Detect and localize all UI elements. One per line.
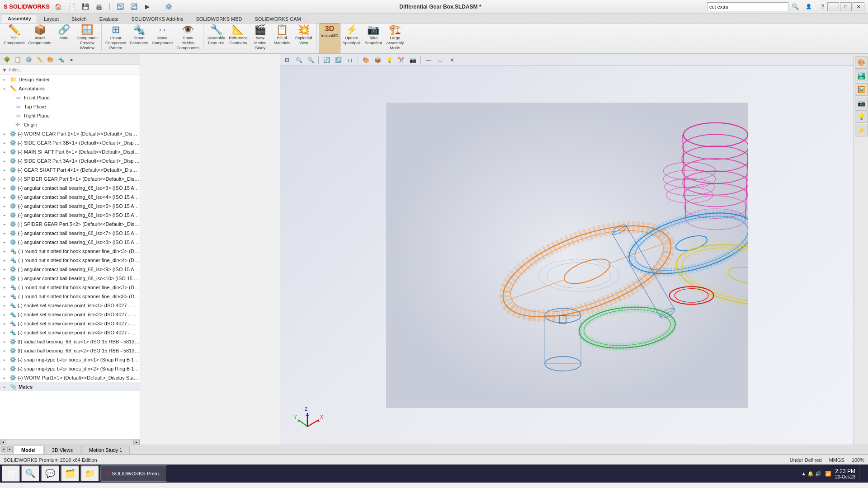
tree-item-screw-2[interactable]: ▸ 🔩 (-) socket set screw cone point_iso<… [0, 310, 140, 319]
pan-btn[interactable]: ↗️ [333, 56, 343, 65]
tree-item-spider-gear-5-1[interactable]: ▸ ⚙️ (-) SPIDER GEAR Part 5<1> (Default<… [0, 174, 140, 183]
ribbon-exploded-view[interactable]: 💥 ExplodedView [293, 23, 315, 53]
rebuild-button[interactable]: ▶ [142, 2, 152, 12]
tab-motion-study-1[interactable]: Motion Study 1 [81, 446, 130, 454]
tree-item-right-plane[interactable]: ▭ Right Plane [0, 111, 140, 120]
undo-button[interactable]: ↩️ [115, 2, 125, 12]
camera-btn[interactable]: 📷 [408, 56, 418, 65]
panel-hscrollbar[interactable]: ◂ ▸ [0, 439, 140, 445]
view-orientation-btn[interactable]: 📦 [373, 56, 382, 65]
viewport-minimize-btn[interactable]: — [424, 56, 434, 65]
show-desktop-button[interactable] [859, 465, 863, 482]
viewport-close-btn[interactable]: ✕ [447, 56, 457, 65]
ribbon-bill-of-materials[interactable]: 📋 Bill ofMaterials [271, 23, 293, 53]
viewport-maximize-btn[interactable]: □ [435, 56, 445, 65]
tab-scroll-right[interactable]: ▸ [7, 446, 13, 452]
lighting-btn[interactable]: 💡 [384, 56, 394, 65]
panel-tool-featuretree[interactable]: 🌳 [2, 55, 12, 64]
panel-tool-configmanager[interactable]: ⚙️ [24, 55, 33, 64]
filter-input[interactable] [9, 67, 138, 72]
tab-assembly[interactable]: Assembly [2, 14, 37, 23]
print-button[interactable]: 🖨️ [94, 2, 104, 12]
zoom-out-btn[interactable]: 🔍 [306, 56, 316, 65]
tab-addins[interactable]: SOLIDWORKS Add-Ins [125, 14, 189, 23]
tree-item-bearing-4[interactable]: ▸ ⚙️ (-) angular contact ball bearing_68… [0, 192, 140, 202]
panel-tool-propertymanager[interactable]: 📋 [13, 55, 23, 64]
ribbon-update-speedpak[interactable]: ⚡ UpdateSpeedpak [340, 23, 363, 53]
panel-tool-more[interactable]: ▸ [67, 55, 77, 64]
ribbon-new-motion-study[interactable]: 🎬 NewMotionStudy [250, 23, 271, 53]
taskbar-task-view[interactable]: 🗂️ [61, 465, 80, 482]
tree-item-screw-4[interactable]: ▸ 🔩 (-) socket set screw cone point_iso<… [0, 328, 140, 337]
tree-item-snap-ring-2[interactable]: ▸ ⚙️ (-) snap ring-type b-for bores_din<… [0, 364, 140, 373]
tree-item-bearing-8[interactable]: ▸ ⚙️ (-) angular contact ball bearing_68… [0, 238, 140, 247]
tree-item-worm-part1[interactable]: ▸ ⚙️ (-) WORM Part1<1> (Default<<Default… [0, 373, 140, 382]
tree-item-spider-gear-5-2[interactable]: ▸ ⚙️ (-) SPIDER GEAR Part 5<2> (Default<… [0, 220, 140, 229]
panel-tool-camsw[interactable]: 🔩 [56, 55, 66, 64]
tree-item-side-gear-3a[interactable]: ▸ ⚙️ (-) SIDE GEAR Part 3A<1> (Default<<… [0, 156, 140, 165]
search-button[interactable]: 🔍 [790, 2, 800, 12]
tab-layout[interactable]: Layout [38, 14, 65, 23]
lights-button[interactable]: 💡 [855, 110, 868, 123]
ribbon-instant3d[interactable]: 3D Instant3D [319, 23, 341, 53]
panel-tool-display[interactable]: 🎨 [45, 55, 55, 64]
appearance-button[interactable]: 🎨 [855, 56, 868, 69]
ribbon-insert-components[interactable]: 📦 InsertComponents [27, 23, 53, 53]
ribbon-smart-fasteners[interactable]: 🔩 SmartFasteners [128, 23, 150, 53]
tab-model[interactable]: Model [14, 446, 43, 454]
tree-item-radial-bearing-1[interactable]: ▸ ⚙️ (f) radial ball bearing_68_iso<1> (… [0, 337, 140, 346]
ribbon-show-hidden[interactable]: 👁️ ShowHiddenComponents [175, 23, 201, 53]
minimize-button[interactable]: — [827, 2, 839, 11]
tree-item-radial-bearing-2[interactable]: ▸ ⚙️ (f) radial ball bearing_68_iso<2> (… [0, 346, 140, 355]
tab-mbd[interactable]: SOLIDWORKS MBD [190, 14, 248, 23]
search-input[interactable] [707, 2, 788, 11]
tree-item-nut-3[interactable]: ▸ 🔩 (-) round nut slotted for hook spann… [0, 247, 140, 256]
new-button[interactable]: 🏠 [53, 2, 63, 12]
section-view-btn[interactable]: ✂️ [396, 56, 406, 65]
ribbon-assembly-features[interactable]: 🔧 AssemblyFeatures [205, 23, 227, 53]
ribbon-edit-component[interactable]: ✏️ EditComponent [2, 23, 27, 53]
tree-item-front-plane[interactable]: ▭ Front Plane [0, 93, 140, 102]
maximize-button[interactable]: □ [840, 2, 852, 11]
scene-button[interactable]: 🏞️ [855, 70, 868, 82]
tree-item-bearing-3[interactable]: ▸ ⚙️ (-) angular contact ball bearing_68… [0, 183, 140, 192]
tree-item-bearing-10[interactable]: ▸ ⚙️ (-) angular contact ball bearing_68… [0, 274, 140, 283]
tree-item-screw-1[interactable]: ▸ 🔩 (-) socket set screw cone point_iso<… [0, 301, 140, 310]
tab-scroll-left[interactable]: ◂ [1, 446, 6, 452]
ribbon-mate[interactable]: 🔗 Mate [53, 23, 75, 53]
select-btn[interactable]: ◻ [345, 56, 355, 65]
rotate-btn[interactable]: 🔄 [321, 56, 331, 65]
zoom-to-fit-btn[interactable]: ⊡ [282, 56, 292, 65]
tab-3d-views[interactable]: 3D Views [44, 446, 80, 454]
camera-right-btn[interactable]: 📷 [855, 97, 868, 109]
tree-item-main-shaft-6[interactable]: ▸ ⚙️ (-) MAIN SHAFT Part 6<1> (Default<<… [0, 147, 140, 156]
tree-item-origin[interactable]: ✛ Origin [0, 120, 140, 129]
ribbon-linear-pattern[interactable]: ⊞ LinearComponentPattern [104, 23, 128, 53]
tree-item-gear-shaft-4[interactable]: ▸ ⚙️ (-) GEAR SHAFT Part 4<1> (Default<<… [0, 165, 140, 174]
redo-button[interactable]: ↪️ [129, 2, 139, 12]
ribbon-take-snapshot[interactable]: 📷 TakeSnapshot [363, 23, 384, 53]
ribbon-component-preview[interactable]: 🪟 ComponentPreviewWindow [75, 23, 100, 53]
tree-item-bearing-6[interactable]: ▸ ⚙️ (-) angular contact ball bearing_68… [0, 211, 140, 220]
tree-item-snap-ring-1[interactable]: ▸ ⚙️ (-) snap ring-type b-for bores_din<… [0, 355, 140, 364]
render-button[interactable]: ⚡ [855, 124, 868, 136]
display-style-btn[interactable]: 🎨 [361, 56, 371, 65]
taskbar-file-explorer[interactable]: 📁 [80, 465, 99, 482]
tree-item-bearing-7[interactable]: ▸ ⚙️ (-) angular contact ball bearing_68… [0, 229, 140, 238]
taskbar-search[interactable]: 🔍 [21, 465, 40, 482]
tab-evaluate[interactable]: Evaluate [94, 14, 125, 23]
tree-item-nut-7[interactable]: ▸ 🔩 (-) round nut slotted for hook spann… [0, 283, 140, 292]
panel-scroll-right[interactable]: ▸ [133, 440, 140, 445]
panel-scroll-left[interactable]: ◂ [0, 440, 6, 445]
ribbon-large-assembly[interactable]: 🏗️ LargeAssemblyMode [384, 23, 406, 53]
tab-cam[interactable]: SOLIDWORKS CAM [249, 14, 307, 23]
tree-item-nut-4[interactable]: ▸ 🔩 (-) round nut slotted for hook spann… [0, 256, 140, 265]
open-button[interactable]: 📄 [67, 2, 77, 12]
ribbon-reference-geometry[interactable]: 📐 ReferenceGeometry [227, 23, 250, 53]
decal-button[interactable]: 🖼️ [855, 83, 868, 96]
ribbon-move-component[interactable]: ↔️ MoveComponent [150, 23, 175, 53]
panel-tool-dimxpert[interactable]: 📏 [34, 55, 44, 64]
tree-item-mates[interactable]: ▸ 📎 Mates [0, 382, 140, 391]
status-units-dropdown[interactable]: MMGS [829, 457, 844, 463]
tab-sketch[interactable]: Sketch [66, 14, 93, 23]
